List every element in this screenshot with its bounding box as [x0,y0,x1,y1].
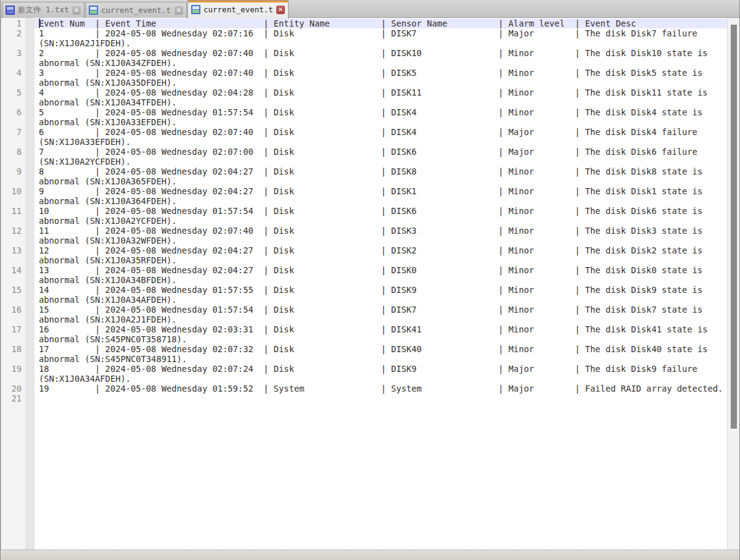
text-content: Event Num | Event Time | Entity Name | S… [35,19,727,403]
tab-title: current_event.txt [101,6,171,15]
line-number: 16 [1,305,25,315]
editor-line: abnormal (SN:X1J0A34AFDEH). [35,295,727,305]
tab-current-event-2-active[interactable]: current_event.txt ✕ [187,0,289,19]
file-saved-icon [191,5,200,14]
editor-line: abnormal (SN:X1J0A33EFDEH). [35,117,727,127]
editor-line: 19 | 2024-05-08 Wednesday 01:59:52 | Sys… [35,384,727,393]
file-saved-icon [89,6,98,15]
line-number: 19 [1,364,25,374]
line-number: 7 [1,127,25,137]
line-number [1,97,25,107]
close-icon[interactable]: ✕ [72,6,81,15]
tab-current-event-1[interactable]: current_event.txt ✕ [85,2,187,18]
line-number-gutter[interactable]: 123456789101112131415161718192021 [1,18,25,550]
line-number: 14 [1,265,25,275]
editor-line: abnormal (SN:X1J0A364FDEH). [35,196,727,206]
vertical-scrollbar[interactable] [727,18,739,550]
editor-line: abnormal (SN:X1J0A35RFDEH). [35,255,727,265]
line-number [1,255,25,265]
file-saved-icon [6,6,15,15]
line-number: 18 [1,344,25,354]
editor-line: abnormal (SN:X1J0A32WFDEH). [35,236,727,245]
editor-line: 15 | 2024-05-08 Wednesday 01:57:54 | Dis… [35,305,727,315]
bookmark-margin[interactable] [25,18,35,550]
editor-line: 5 | 2024-05-08 Wednesday 01:57:54 | Disk… [35,107,727,117]
line-number: 20 [1,384,25,393]
editor-line: 1 | 2024-05-08 Wednesday 02:07:16 | Disk… [35,28,727,38]
close-icon[interactable]: ✕ [175,6,183,15]
line-number: 17 [1,324,25,334]
editor-line: 14 | 2024-05-08 Wednesday 01:57:55 | Dis… [35,285,727,295]
editor-line: abnormal (SN:X1J0A365FDEH). [35,176,727,186]
editor-line: 8 | 2024-05-08 Wednesday 02:04:27 | Disk… [35,167,727,176]
editor-line: 16 | 2024-05-08 Wednesday 02:03:31 | Dis… [35,324,727,334]
scrollbar-thumb[interactable] [731,25,737,429]
editor-line: 6 | 2024-05-08 Wednesday 02:07:40 | Disk… [35,127,727,137]
tab-new-file[interactable]: 新文件 1.txt ✕ [2,2,84,18]
line-number [1,236,25,245]
line-number [1,38,25,48]
editor-line: 9 | 2024-05-08 Wednesday 02:04:27 | Disk… [35,186,727,196]
editor-line: 18 | 2024-05-08 Wednesday 02:07:24 | Dis… [35,364,727,374]
editor-line: abnormal (SN:X1J0A34BFDEH). [35,275,727,285]
line-number [1,78,25,88]
editor-line: 10 | 2024-05-08 Wednesday 01:57:54 | Dis… [35,206,727,216]
line-number: 9 [1,167,25,176]
close-icon[interactable]: ✕ [276,6,285,14]
line-number: 3 [1,48,25,58]
editor-line: 11 | 2024-05-08 Wednesday 02:07:40 | Dis… [35,226,727,236]
line-number [1,315,25,324]
editor-line: 17 | 2024-05-08 Wednesday 02:07:32 | Dis… [35,344,727,354]
line-number: 5 [1,88,25,97]
editor-line: 13 | 2024-05-08 Wednesday 02:04:27 | Dis… [35,265,727,275]
editor-line: abnormal (SN:X1J0A35DFDEH). [35,78,727,88]
line-number: 1 [1,19,25,28]
line-number: 10 [1,186,25,196]
line-number [1,137,25,147]
line-number [1,58,25,68]
editor-line [35,393,727,403]
line-number [1,354,25,364]
editor-line: abnormal (SN:X1J0A34TFDEH). [35,97,727,107]
line-number: 6 [1,107,25,117]
editor-line: 3 | 2024-05-08 Wednesday 02:07:40 | Disk… [35,68,727,78]
editor-area[interactable]: 123456789101112131415161718192021 Event … [1,18,739,550]
line-number: 13 [1,245,25,255]
editor-line: abnormal (SN:X1J0A2J1FDEH). [35,315,727,324]
editor-line: (SN:X1J0A34AFDEH). [35,374,727,384]
line-number: 11 [1,206,25,216]
text-editor-window: 新文件 1.txt ✕ current_event.txt ✕ current_… [0,0,740,560]
text-caret [39,19,40,28]
line-number: 2 [1,28,25,38]
editor-line: abnormal (SN:X1J0A34ZFDEH). [35,58,727,68]
line-number [1,334,25,344]
line-number [1,216,25,226]
line-number [1,176,25,186]
active-tab-accent [188,1,288,2]
editor-line: 12 | 2024-05-08 Wednesday 02:04:27 | Dis… [35,245,727,255]
editor-line: abnormal (SN:S45PNC0T348911). [35,354,727,364]
tab-title: 新文件 1.txt [18,5,69,15]
editor-line: 2 | 2024-05-08 Wednesday 02:07:40 | Disk… [35,48,727,58]
line-number: 4 [1,68,25,78]
line-number: 8 [1,147,25,157]
line-number: 21 [1,393,25,403]
line-number [1,196,25,206]
line-number [1,157,25,167]
line-number: 15 [1,285,25,295]
line-number [1,295,25,305]
tab-title: current_event.txt [204,5,273,14]
editor-line: (SN:X1J0A33EFDEH). [35,137,727,147]
editor-line: abnormal (SN:X1J0A2YCFDEH). [35,216,727,226]
editor-line: (SN:X1J0A2YCFDEH). [35,157,727,167]
line-number [1,275,25,285]
line-number [1,117,25,127]
line-number: 12 [1,226,25,236]
editor-line: (SN:X1J0A2J1FDEH). [35,38,727,48]
editor-line: abnormal (SN:S45PNC0T358718). [35,334,727,344]
editor-line: 4 | 2024-05-08 Wednesday 02:04:28 | Disk… [35,88,727,97]
horizontal-scrollbar[interactable] [1,550,739,560]
editor-line: 7 | 2024-05-08 Wednesday 02:07:00 | Disk… [35,147,727,157]
header-line: Event Num | Event Time | Entity Name | S… [35,19,727,28]
line-number [1,374,25,384]
